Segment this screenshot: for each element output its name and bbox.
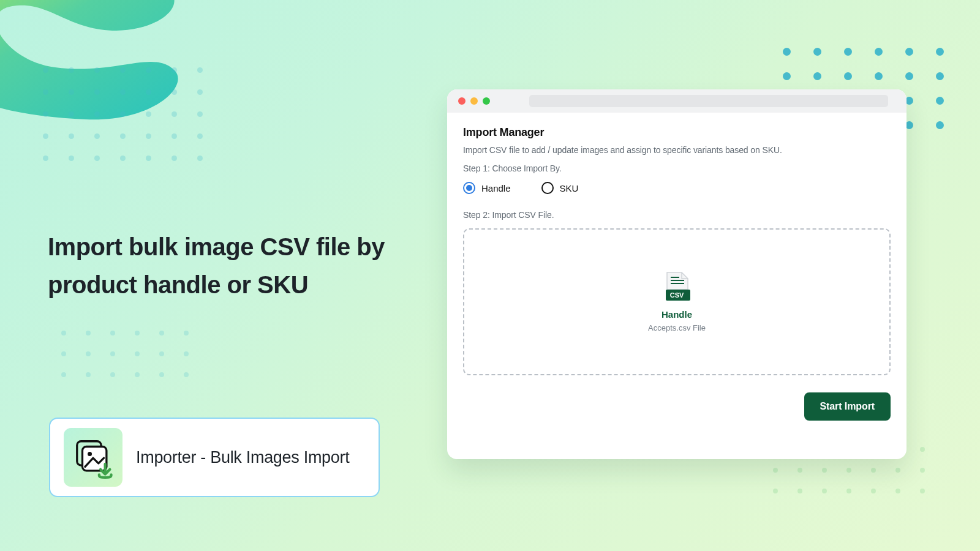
window-titlebar [447,89,907,113]
svg-text:CSV: CSV [670,291,684,299]
radio-sku-label: SKU [560,183,579,193]
window-close-icon[interactable] [458,97,466,105]
csv-dropzone[interactable]: CSV Handle Accepts.csv File [463,228,891,375]
decorative-dots-soft-bottom [61,331,189,377]
address-bar[interactable] [529,95,888,107]
radio-icon [541,182,554,194]
csv-file-icon: CSV [663,271,690,302]
import-manager-window: Import Manager Import CSV file to add / … [447,89,907,459]
page-headline: Import bulk image CSV file by product ha… [48,228,409,304]
dropzone-subtext: Accepts.csv File [648,323,706,332]
radio-icon [463,182,475,194]
radio-handle[interactable]: Handle [463,182,511,194]
section-title: Import Manager [463,126,891,139]
window-minimize-icon[interactable] [470,97,478,105]
section-description: Import CSV file to add / update images a… [463,145,891,155]
step-1-label: Step 1: Choose Import By. [463,163,891,173]
images-download-icon [72,436,115,479]
app-badge-icon [64,428,123,487]
start-import-button[interactable]: Start Import [804,392,891,421]
radio-sku[interactable]: SKU [541,182,579,194]
window-maximize-icon[interactable] [483,97,490,105]
radio-handle-label: Handle [481,183,511,193]
svg-point-2 [88,452,92,456]
step-2-label: Step 2: Import CSV File. [463,210,891,220]
app-badge-label: Importer - Bulk Images Import [136,448,349,467]
dropzone-label: Handle [662,309,692,320]
decorative-dots-soft-left [43,67,202,160]
decorative-blob [0,0,251,135]
app-badge-card: Importer - Bulk Images Import [49,418,380,497]
